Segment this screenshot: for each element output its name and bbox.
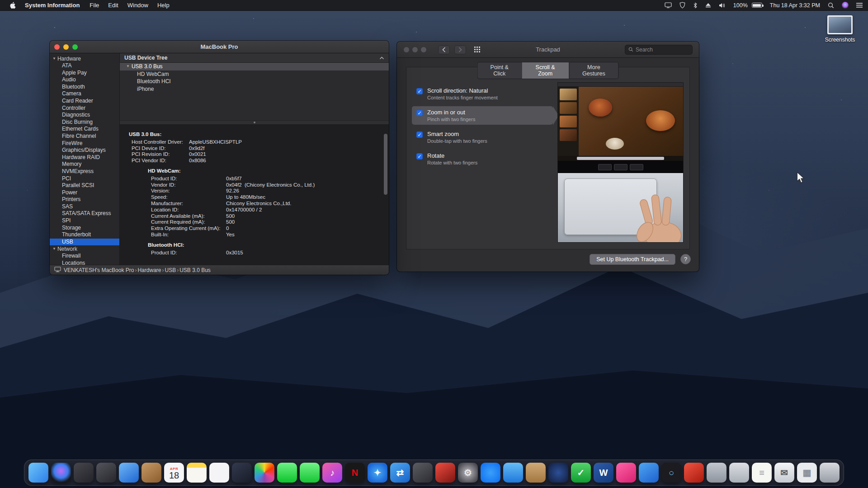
dock-transmission[interactable]: [503, 463, 523, 483]
dock-facetime[interactable]: [300, 463, 320, 483]
checkbox-scroll-direction-natural[interactable]: ✓: [416, 88, 423, 94]
sidebar-item-bluetooth[interactable]: Bluetooth: [50, 84, 119, 91]
sidebar-item-disc-burning[interactable]: Disc Burning: [50, 119, 119, 126]
sidebar-item-sas[interactable]: SAS: [50, 203, 119, 211]
tab-point-click[interactable]: Point & Click: [477, 62, 522, 79]
dock-mail-app[interactable]: ✉: [774, 463, 794, 483]
help-button[interactable]: ?: [680, 254, 691, 264]
sidebar-item-parallel-scsi[interactable]: Parallel SCSI: [50, 182, 119, 189]
sidebar-item-controller[interactable]: Controller: [50, 105, 119, 112]
sidebar-item-firewall[interactable]: Firewall: [50, 253, 119, 260]
dock-media-player[interactable]: [435, 463, 455, 483]
dock-safari[interactable]: ✦: [368, 463, 387, 483]
sidebar-item-nvmexpress[interactable]: NVMExpress: [50, 168, 119, 175]
tab-scroll-zoom[interactable]: Scroll & Zoom: [521, 62, 569, 79]
back-button[interactable]: [438, 45, 450, 54]
menu-edit[interactable]: Edit: [104, 2, 123, 9]
dock-image-capture[interactable]: ▦: [797, 463, 817, 483]
close-button[interactable]: [404, 47, 409, 52]
trackpad-toolbar[interactable]: Trackpad: [397, 42, 699, 58]
dock-reminders[interactable]: [209, 463, 229, 483]
volume-icon[interactable]: [719, 3, 726, 8]
apple-menu-icon[interactable]: [6, 2, 19, 9]
dock-finder[interactable]: [28, 463, 48, 483]
sidebar-item-diagnostics[interactable]: Diagnostics: [50, 112, 119, 119]
dock-messenger[interactable]: [481, 463, 500, 483]
sidebar-item-memory[interactable]: Memory: [50, 161, 119, 168]
menu-file[interactable]: File: [85, 2, 104, 9]
dock-trash[interactable]: [820, 463, 840, 483]
search-input[interactable]: [636, 47, 706, 53]
minimize-button[interactable]: [63, 44, 69, 50]
dock-antivirus[interactable]: ✓: [571, 463, 591, 483]
pane-splitter[interactable]: [120, 120, 389, 125]
dock-navy-app[interactable]: [548, 463, 568, 483]
dock-books[interactable]: [142, 463, 161, 483]
tree-item-hd-webcam[interactable]: HD WebCam: [120, 70, 389, 78]
siri-icon[interactable]: [842, 2, 849, 9]
sidebar-item-sata-sata-express[interactable]: SATA/SATA Express: [50, 210, 119, 217]
security-shield-icon[interactable]: [679, 2, 685, 9]
zoom-button[interactable]: [72, 44, 78, 50]
sidebar-item-pci[interactable]: PCI: [50, 175, 119, 183]
checkbox-smart-zoom[interactable]: ✓: [416, 131, 423, 138]
tab-more-gestures[interactable]: More Gestures: [569, 62, 618, 79]
dock-photos[interactable]: [255, 463, 274, 483]
tree-item-iphone[interactable]: iPhone: [120, 85, 389, 93]
sidebar-item-audio[interactable]: Audio: [50, 76, 119, 84]
tree-item-usb-3-0-bus[interactable]: ▼USB 3.0 Bus: [120, 63, 389, 70]
dock-photo-booth[interactable]: [413, 463, 433, 483]
sidebar-section-network[interactable]: ▼Network: [50, 245, 119, 253]
dock-system-preferences[interactable]: ⚙: [458, 463, 478, 483]
dock-pages[interactable]: [119, 463, 139, 483]
notification-center-icon[interactable]: [856, 3, 863, 8]
dock-adobe-app[interactable]: [684, 463, 704, 483]
sidebar-item-ethernet-cards[interactable]: Ethernet Cards: [50, 126, 119, 133]
dock-itunes[interactable]: ♪: [322, 463, 342, 483]
dock-notes[interactable]: [187, 463, 207, 483]
sidebar-item-firewire[interactable]: FireWire: [50, 140, 119, 147]
menubar-app-name[interactable]: System Information: [20, 2, 84, 9]
sidebar-item-usb[interactable]: USB: [50, 239, 119, 246]
dock-antenna-app[interactable]: [707, 463, 726, 483]
dock-folder[interactable]: [526, 463, 546, 483]
dock-podcasts[interactable]: [232, 463, 252, 483]
sidebar-item-fibre-channel[interactable]: Fibre Channel: [50, 133, 119, 140]
dock-siri[interactable]: [51, 463, 71, 483]
dock-printer-app[interactable]: [729, 463, 749, 483]
preferences-search-field[interactable]: [625, 45, 693, 55]
sidebar-item-apple-pay[interactable]: Apple Pay: [50, 70, 119, 77]
screen-mirroring-icon[interactable]: [665, 2, 672, 8]
spotlight-search-icon[interactable]: [828, 2, 834, 9]
battery-icon[interactable]: [752, 3, 762, 8]
screenshots-desktop-icon[interactable]: Screenshots: [824, 15, 856, 43]
bluetooth-icon[interactable]: [693, 2, 698, 9]
minimize-button[interactable]: [412, 47, 418, 52]
close-button[interactable]: [54, 44, 60, 50]
dock-netflix[interactable]: N: [345, 463, 365, 483]
checkbox-rotate[interactable]: ✓: [416, 153, 423, 160]
sidebar-item-locations[interactable]: Locations: [50, 260, 119, 265]
dock-media-pink[interactable]: [616, 463, 636, 483]
forward-button[interactable]: [454, 45, 466, 54]
dock-messages[interactable]: [277, 463, 297, 483]
details-scrollbar[interactable]: [384, 134, 387, 195]
sidebar-item-storage[interactable]: Storage: [50, 225, 119, 232]
show-all-preferences-icon[interactable]: [474, 47, 480, 52]
sidebar-item-ata[interactable]: ATA: [50, 62, 119, 70]
sidebar-item-camera[interactable]: Camera: [50, 90, 119, 98]
sidebar-item-hardware-raid[interactable]: Hardware RAID: [50, 154, 119, 161]
sidebar-item-printers[interactable]: Printers: [50, 196, 119, 203]
setup-bluetooth-trackpad-button[interactable]: Set Up Bluetooth Trackpad...: [590, 254, 675, 265]
dock-file-transfer[interactable]: ⇄: [390, 463, 410, 483]
dock-textedit[interactable]: ≡: [752, 463, 772, 483]
checkbox-zoom-in-or-out[interactable]: ✓: [416, 110, 423, 116]
menu-window[interactable]: Window: [123, 2, 153, 9]
sidebar-item-spi[interactable]: SPI: [50, 217, 119, 225]
sidebar-item-card-reader[interactable]: Card Reader: [50, 98, 119, 105]
collapse-chevron-icon[interactable]: [379, 55, 384, 61]
eject-icon[interactable]: [705, 3, 711, 8]
sidebar-item-power[interactable]: Power: [50, 189, 119, 197]
menu-help[interactable]: Help: [153, 2, 174, 9]
dock-display-app[interactable]: [639, 463, 659, 483]
